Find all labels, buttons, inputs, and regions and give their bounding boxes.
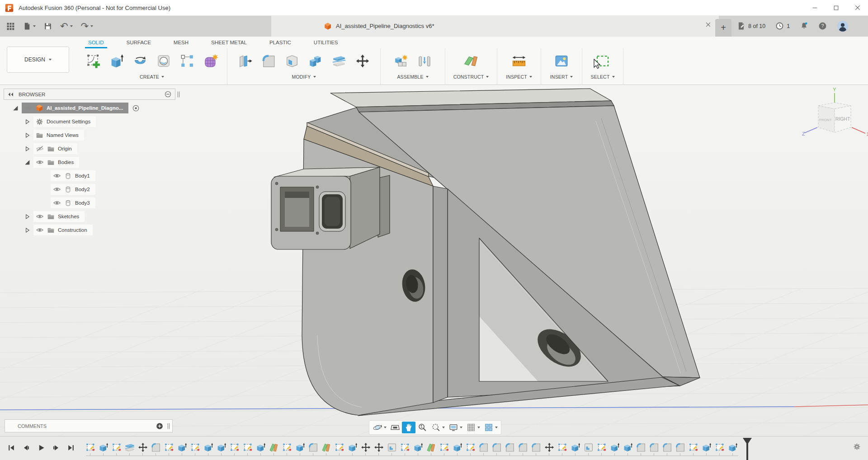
group-dropdown-create[interactable]: CREATE <box>140 74 164 80</box>
construction-plane-button[interactable] <box>462 52 480 70</box>
skip-start-button[interactable] <box>5 442 17 454</box>
eye-off-icon[interactable] <box>36 145 44 153</box>
document-tab[interactable]: AI_assisted_Pipeline_Diagnostics v6* <box>271 15 719 37</box>
timeline-feature-extrude[interactable] <box>177 442 188 453</box>
timeline-feature-sketch[interactable] <box>242 442 253 453</box>
panel-grip-icon[interactable] <box>177 91 180 98</box>
timeline-feature-extrude[interactable] <box>701 442 712 453</box>
file-button[interactable] <box>20 18 39 34</box>
tab-solid[interactable]: SOLID <box>77 37 115 48</box>
browser-item-bodies[interactable]: Bodies <box>33 157 79 168</box>
timeline-feature-fillet[interactable] <box>649 442 660 453</box>
joint-button[interactable] <box>415 52 434 70</box>
hole-button[interactable] <box>155 52 173 70</box>
eye-icon[interactable] <box>53 185 61 193</box>
timeline-feature-sketch[interactable] <box>229 442 240 453</box>
timeline-feature-sketch[interactable] <box>557 442 568 453</box>
create-sketch-button[interactable] <box>84 52 102 70</box>
browser-item-sketches[interactable]: Sketches <box>33 211 85 222</box>
timeline-feature-shell[interactable] <box>583 442 594 453</box>
timeline-feature-sketch[interactable] <box>714 442 725 453</box>
timeline-feature-fillet[interactable] <box>308 442 319 453</box>
browser-item-origin[interactable]: Origin <box>33 143 77 154</box>
browser-item-body3[interactable]: Body3 <box>51 197 95 208</box>
timeline-feature-fillet[interactable] <box>491 442 502 453</box>
timeline-feature-extrude[interactable] <box>452 442 463 453</box>
viewports-button[interactable] <box>482 422 500 433</box>
target-icon[interactable] <box>132 104 140 112</box>
browser-item-construction[interactable]: Construction <box>33 225 93 235</box>
expanded-triangle-icon[interactable] <box>12 105 19 111</box>
fit-button[interactable] <box>429 422 447 433</box>
workspace-selector-button[interactable]: DESIGN <box>7 47 69 73</box>
timeline-feature-fillet[interactable] <box>662 442 673 453</box>
timeline-feature-fillet[interactable] <box>151 442 161 453</box>
app-grid-button[interactable] <box>3 18 18 34</box>
timeline-feature-extrude[interactable] <box>98 442 109 453</box>
zoom-button[interactable] <box>415 422 429 433</box>
new-tab-button[interactable]: + <box>715 19 731 37</box>
timeline-feature-plane[interactable] <box>321 442 332 453</box>
minus-circle-icon[interactable] <box>165 91 171 98</box>
timeline-feature-plane[interactable] <box>426 442 437 453</box>
help-button[interactable]: ? <box>818 22 827 30</box>
browser-item-named-views[interactable]: Named Views <box>33 130 84 141</box>
orbit-button[interactable] <box>371 422 388 433</box>
pattern-button[interactable] <box>178 52 196 70</box>
shell-button[interactable] <box>283 52 301 70</box>
timeline-feature-extrude[interactable] <box>413 442 424 453</box>
split-button[interactable] <box>330 52 348 70</box>
timeline-feature-extrude[interactable] <box>727 442 738 453</box>
tab-sheet-metal[interactable]: SHEET METAL <box>200 37 258 48</box>
group-dropdown-insert[interactable]: INSERT <box>550 74 573 80</box>
cad-model-body[interactable] <box>271 89 700 416</box>
timeline-feature-fillet[interactable] <box>518 442 528 453</box>
timeline-feature-fillet[interactable] <box>675 442 686 453</box>
select-window-button[interactable] <box>594 52 612 70</box>
timeline-feature-move[interactable] <box>544 442 555 453</box>
timeline-feature-extrude[interactable] <box>255 442 266 453</box>
group-dropdown-select[interactable]: SELECT <box>590 74 614 80</box>
browser-item-body2[interactable]: Body2 <box>51 184 95 195</box>
timeline-feature-extrude[interactable] <box>609 442 620 453</box>
collapsed-triangle-icon[interactable] <box>24 119 31 125</box>
timeline-position-marker[interactable] <box>742 438 752 460</box>
revolve-button[interactable] <box>131 52 149 70</box>
close-tab-icon[interactable] <box>705 21 712 28</box>
redo-button[interactable]: ↷ <box>78 18 97 34</box>
timeline-settings-gear-icon[interactable] <box>853 443 861 451</box>
timeline-feature-shell[interactable] <box>387 442 397 453</box>
notifications-button[interactable] <box>800 22 808 30</box>
play-button[interactable] <box>35 442 47 454</box>
group-dropdown-modify[interactable]: MODIFY <box>292 74 316 80</box>
group-dropdown-construct[interactable]: CONSTRUCT <box>453 74 489 80</box>
press-pull-button[interactable] <box>236 52 254 70</box>
save-button[interactable] <box>41 18 55 34</box>
layout-grid-button[interactable] <box>464 422 482 433</box>
timeline-feature-fillet[interactable] <box>478 442 489 453</box>
timeline-feature-extrude[interactable] <box>295 442 306 453</box>
view-cube[interactable]: YZXFRONTRIGHT <box>799 87 868 142</box>
timeline-feature-sketch[interactable] <box>596 442 607 453</box>
timeline-feature-sketch[interactable] <box>282 442 292 453</box>
add-comment-icon[interactable] <box>156 422 163 430</box>
timeline-feature-move[interactable] <box>360 442 371 453</box>
timeline-feature-extrude[interactable] <box>623 442 633 453</box>
timeline-feature-sketch[interactable] <box>111 442 122 453</box>
new-component-button[interactable] <box>392 52 410 70</box>
account-avatar[interactable] <box>837 20 849 32</box>
tab-surface[interactable]: SURFACE <box>115 37 162 48</box>
browser-header[interactable]: BROWSER <box>4 89 175 100</box>
timeline-feature-plane[interactable] <box>269 442 279 453</box>
timeline-feature-sketch[interactable] <box>190 442 201 453</box>
timeline-feature-fillet[interactable] <box>531 442 542 453</box>
close-button[interactable] <box>847 0 868 15</box>
comments-bar[interactable]: COMMENTS <box>5 419 173 432</box>
timeline-feature-extrude[interactable] <box>203 442 214 453</box>
collapse-panel-icon[interactable] <box>8 92 14 97</box>
comments-grip-icon[interactable] <box>167 422 170 430</box>
eye-icon[interactable] <box>36 226 44 234</box>
maximize-button[interactable] <box>826 0 847 15</box>
eye-icon[interactable] <box>53 199 61 207</box>
browser-root-item[interactable]: AI_assisted_Pipeline_Diagno... <box>22 103 128 113</box>
